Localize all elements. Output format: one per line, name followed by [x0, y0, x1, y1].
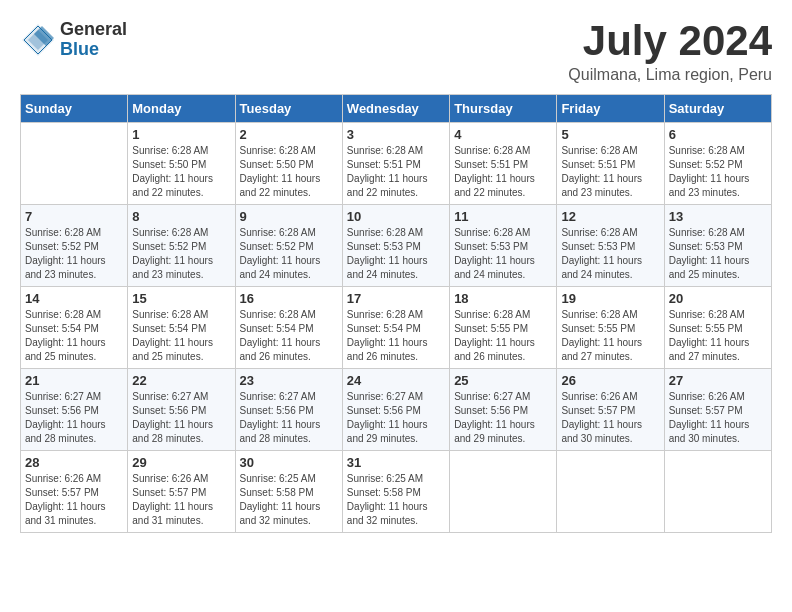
calendar-cell: [557, 451, 664, 533]
calendar-header: SundayMondayTuesdayWednesdayThursdayFrid…: [21, 95, 772, 123]
logo-general: General: [60, 20, 127, 40]
day-number: 11: [454, 209, 552, 224]
calendar-cell: 27Sunrise: 6:26 AM Sunset: 5:57 PM Dayli…: [664, 369, 771, 451]
day-info: Sunrise: 6:28 AM Sunset: 5:53 PM Dayligh…: [669, 226, 767, 282]
header-sunday: Sunday: [21, 95, 128, 123]
calendar-cell: 11Sunrise: 6:28 AM Sunset: 5:53 PM Dayli…: [450, 205, 557, 287]
calendar-cell: 7Sunrise: 6:28 AM Sunset: 5:52 PM Daylig…: [21, 205, 128, 287]
day-number: 24: [347, 373, 445, 388]
day-info: Sunrise: 6:28 AM Sunset: 5:54 PM Dayligh…: [132, 308, 230, 364]
header-friday: Friday: [557, 95, 664, 123]
day-number: 30: [240, 455, 338, 470]
calendar-cell: [450, 451, 557, 533]
day-number: 17: [347, 291, 445, 306]
calendar-cell: 5Sunrise: 6:28 AM Sunset: 5:51 PM Daylig…: [557, 123, 664, 205]
day-info: Sunrise: 6:26 AM Sunset: 5:57 PM Dayligh…: [25, 472, 123, 528]
week-row-4: 28Sunrise: 6:26 AM Sunset: 5:57 PM Dayli…: [21, 451, 772, 533]
calendar-cell: 14Sunrise: 6:28 AM Sunset: 5:54 PM Dayli…: [21, 287, 128, 369]
calendar-cell: 30Sunrise: 6:25 AM Sunset: 5:58 PM Dayli…: [235, 451, 342, 533]
header-row: SundayMondayTuesdayWednesdayThursdayFrid…: [21, 95, 772, 123]
day-number: 14: [25, 291, 123, 306]
calendar-cell: 12Sunrise: 6:28 AM Sunset: 5:53 PM Dayli…: [557, 205, 664, 287]
calendar-cell: 18Sunrise: 6:28 AM Sunset: 5:55 PM Dayli…: [450, 287, 557, 369]
day-info: Sunrise: 6:25 AM Sunset: 5:58 PM Dayligh…: [240, 472, 338, 528]
logo-blue: Blue: [60, 40, 127, 60]
calendar-cell: 4Sunrise: 6:28 AM Sunset: 5:51 PM Daylig…: [450, 123, 557, 205]
week-row-2: 14Sunrise: 6:28 AM Sunset: 5:54 PM Dayli…: [21, 287, 772, 369]
day-info: Sunrise: 6:27 AM Sunset: 5:56 PM Dayligh…: [454, 390, 552, 446]
day-info: Sunrise: 6:28 AM Sunset: 5:53 PM Dayligh…: [561, 226, 659, 282]
day-number: 6: [669, 127, 767, 142]
day-info: Sunrise: 6:28 AM Sunset: 5:55 PM Dayligh…: [561, 308, 659, 364]
day-info: Sunrise: 6:28 AM Sunset: 5:52 PM Dayligh…: [240, 226, 338, 282]
day-number: 8: [132, 209, 230, 224]
day-info: Sunrise: 6:26 AM Sunset: 5:57 PM Dayligh…: [132, 472, 230, 528]
calendar-cell: 10Sunrise: 6:28 AM Sunset: 5:53 PM Dayli…: [342, 205, 449, 287]
calendar-cell: 28Sunrise: 6:26 AM Sunset: 5:57 PM Dayli…: [21, 451, 128, 533]
day-info: Sunrise: 6:26 AM Sunset: 5:57 PM Dayligh…: [669, 390, 767, 446]
day-number: 23: [240, 373, 338, 388]
location: Quilmana, Lima region, Peru: [568, 66, 772, 84]
calendar-cell: 24Sunrise: 6:27 AM Sunset: 5:56 PM Dayli…: [342, 369, 449, 451]
calendar-cell: 23Sunrise: 6:27 AM Sunset: 5:56 PM Dayli…: [235, 369, 342, 451]
header-tuesday: Tuesday: [235, 95, 342, 123]
header-thursday: Thursday: [450, 95, 557, 123]
day-number: 15: [132, 291, 230, 306]
day-info: Sunrise: 6:28 AM Sunset: 5:51 PM Dayligh…: [347, 144, 445, 200]
day-info: Sunrise: 6:28 AM Sunset: 5:54 PM Dayligh…: [240, 308, 338, 364]
calendar-cell: 15Sunrise: 6:28 AM Sunset: 5:54 PM Dayli…: [128, 287, 235, 369]
logo-text: General Blue: [60, 20, 127, 60]
day-number: 26: [561, 373, 659, 388]
day-info: Sunrise: 6:28 AM Sunset: 5:51 PM Dayligh…: [454, 144, 552, 200]
day-info: Sunrise: 6:28 AM Sunset: 5:52 PM Dayligh…: [669, 144, 767, 200]
week-row-3: 21Sunrise: 6:27 AM Sunset: 5:56 PM Dayli…: [21, 369, 772, 451]
logo: General Blue: [20, 20, 127, 60]
calendar-cell: 22Sunrise: 6:27 AM Sunset: 5:56 PM Dayli…: [128, 369, 235, 451]
calendar-cell: 20Sunrise: 6:28 AM Sunset: 5:55 PM Dayli…: [664, 287, 771, 369]
header-monday: Monday: [128, 95, 235, 123]
day-info: Sunrise: 6:28 AM Sunset: 5:50 PM Dayligh…: [240, 144, 338, 200]
logo-icon: [20, 22, 56, 58]
day-info: Sunrise: 6:27 AM Sunset: 5:56 PM Dayligh…: [132, 390, 230, 446]
calendar-cell: 29Sunrise: 6:26 AM Sunset: 5:57 PM Dayli…: [128, 451, 235, 533]
day-info: Sunrise: 6:28 AM Sunset: 5:54 PM Dayligh…: [25, 308, 123, 364]
day-number: 31: [347, 455, 445, 470]
title-block: July 2024 Quilmana, Lima region, Peru: [568, 20, 772, 84]
day-number: 7: [25, 209, 123, 224]
calendar-body: 1Sunrise: 6:28 AM Sunset: 5:50 PM Daylig…: [21, 123, 772, 533]
day-info: Sunrise: 6:28 AM Sunset: 5:53 PM Dayligh…: [454, 226, 552, 282]
day-info: Sunrise: 6:27 AM Sunset: 5:56 PM Dayligh…: [347, 390, 445, 446]
calendar-cell: 1Sunrise: 6:28 AM Sunset: 5:50 PM Daylig…: [128, 123, 235, 205]
day-number: 25: [454, 373, 552, 388]
day-number: 10: [347, 209, 445, 224]
calendar-cell: [21, 123, 128, 205]
day-number: 19: [561, 291, 659, 306]
day-info: Sunrise: 6:25 AM Sunset: 5:58 PM Dayligh…: [347, 472, 445, 528]
calendar-cell: 31Sunrise: 6:25 AM Sunset: 5:58 PM Dayli…: [342, 451, 449, 533]
calendar-table: SundayMondayTuesdayWednesdayThursdayFrid…: [20, 94, 772, 533]
day-info: Sunrise: 6:27 AM Sunset: 5:56 PM Dayligh…: [240, 390, 338, 446]
day-number: 1: [132, 127, 230, 142]
day-number: 21: [25, 373, 123, 388]
day-info: Sunrise: 6:28 AM Sunset: 5:50 PM Dayligh…: [132, 144, 230, 200]
month-title: July 2024: [568, 20, 772, 62]
day-info: Sunrise: 6:28 AM Sunset: 5:52 PM Dayligh…: [132, 226, 230, 282]
calendar-cell: 19Sunrise: 6:28 AM Sunset: 5:55 PM Dayli…: [557, 287, 664, 369]
day-number: 18: [454, 291, 552, 306]
day-number: 28: [25, 455, 123, 470]
day-info: Sunrise: 6:28 AM Sunset: 5:55 PM Dayligh…: [669, 308, 767, 364]
calendar-cell: 25Sunrise: 6:27 AM Sunset: 5:56 PM Dayli…: [450, 369, 557, 451]
day-number: 13: [669, 209, 767, 224]
day-number: 29: [132, 455, 230, 470]
calendar-cell: 2Sunrise: 6:28 AM Sunset: 5:50 PM Daylig…: [235, 123, 342, 205]
calendar-cell: 17Sunrise: 6:28 AM Sunset: 5:54 PM Dayli…: [342, 287, 449, 369]
calendar-cell: 26Sunrise: 6:26 AM Sunset: 5:57 PM Dayli…: [557, 369, 664, 451]
day-number: 16: [240, 291, 338, 306]
calendar-cell: 9Sunrise: 6:28 AM Sunset: 5:52 PM Daylig…: [235, 205, 342, 287]
day-info: Sunrise: 6:28 AM Sunset: 5:51 PM Dayligh…: [561, 144, 659, 200]
day-number: 4: [454, 127, 552, 142]
calendar-cell: 8Sunrise: 6:28 AM Sunset: 5:52 PM Daylig…: [128, 205, 235, 287]
header-saturday: Saturday: [664, 95, 771, 123]
day-number: 20: [669, 291, 767, 306]
week-row-0: 1Sunrise: 6:28 AM Sunset: 5:50 PM Daylig…: [21, 123, 772, 205]
